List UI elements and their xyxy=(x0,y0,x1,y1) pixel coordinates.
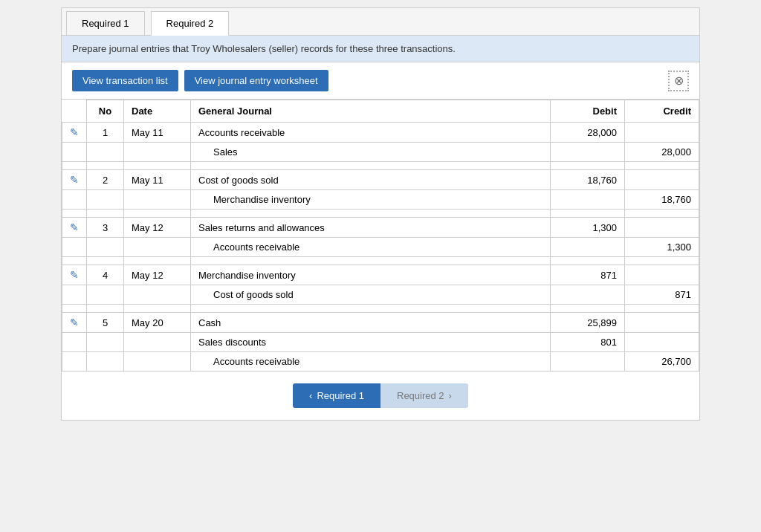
entry-debit xyxy=(551,352,625,372)
entry-date xyxy=(124,143,191,162)
spacer-cell xyxy=(62,305,87,313)
toolbar: View transaction list View journal entry… xyxy=(62,62,699,100)
edit-cell xyxy=(62,285,87,305)
entry-date: May 11 xyxy=(124,123,191,143)
spacer-cell xyxy=(124,305,191,313)
table-row: Cost of goods sold871 xyxy=(62,285,699,305)
entry-credit xyxy=(625,333,699,352)
edit-cell xyxy=(62,190,87,210)
entry-journal: Accounts receivable xyxy=(191,123,551,143)
entry-date xyxy=(124,190,191,210)
entry-no: 1 xyxy=(87,123,124,143)
spacer-cell xyxy=(625,257,699,265)
edit-cell[interactable]: ✎ xyxy=(62,218,87,238)
spacer-cell xyxy=(625,305,699,313)
entry-no xyxy=(87,143,124,162)
spacer-cell xyxy=(124,210,191,218)
spacer-row xyxy=(62,305,699,313)
spacer-cell xyxy=(62,210,87,218)
close-icon[interactable]: ⊗ xyxy=(668,71,689,91)
entry-no xyxy=(87,333,124,352)
entry-debit: 871 xyxy=(551,265,625,285)
entry-date xyxy=(124,352,191,372)
spacer-cell xyxy=(191,257,551,265)
table-row: Sales28,000 xyxy=(62,143,699,162)
entry-journal: Sales discounts xyxy=(191,333,551,352)
view-transaction-list-button[interactable]: View transaction list xyxy=(72,70,178,91)
edit-cell xyxy=(62,352,87,372)
entry-credit xyxy=(625,265,699,285)
entry-journal: Cash xyxy=(191,313,551,333)
spacer-cell xyxy=(551,210,625,218)
spacer-cell xyxy=(124,257,191,265)
next-button[interactable]: Required 2 › xyxy=(380,383,468,408)
col-date: Date xyxy=(124,100,191,123)
pencil-icon[interactable]: ✎ xyxy=(70,174,79,186)
entry-credit: 26,700 xyxy=(625,352,699,372)
spacer-row xyxy=(62,210,699,218)
edit-cell xyxy=(62,333,87,352)
table-row: Accounts receivable26,700 xyxy=(62,352,699,372)
entry-no xyxy=(87,190,124,210)
edit-cell[interactable]: ✎ xyxy=(62,313,87,333)
spacer-cell xyxy=(87,257,124,265)
edit-cell xyxy=(62,143,87,162)
entry-debit xyxy=(551,238,625,257)
entry-credit xyxy=(625,123,699,143)
spacer-cell xyxy=(551,162,625,170)
journal-table: No Date General Journal Debit Credit ✎1M… xyxy=(62,100,699,372)
entry-no xyxy=(87,238,124,257)
spacer-cell xyxy=(191,305,551,313)
spacer-row xyxy=(62,162,699,170)
entry-journal: Cost of goods sold xyxy=(191,285,551,305)
entry-date xyxy=(124,285,191,305)
spacer-cell xyxy=(87,162,124,170)
edit-cell[interactable]: ✎ xyxy=(62,265,87,285)
edit-cell[interactable]: ✎ xyxy=(62,123,87,143)
entry-debit xyxy=(551,285,625,305)
entry-date: May 20 xyxy=(124,313,191,333)
col-edit xyxy=(62,100,87,123)
entry-no xyxy=(87,285,124,305)
entry-date xyxy=(124,333,191,352)
entry-date: May 11 xyxy=(124,170,191,190)
pencil-icon[interactable]: ✎ xyxy=(70,317,79,328)
view-journal-entry-worksheet-button[interactable]: View journal entry worksheet xyxy=(184,70,328,91)
spacer-cell xyxy=(62,257,87,265)
entry-credit: 28,000 xyxy=(625,143,699,162)
table-row: ✎1May 11Accounts receivable28,000 xyxy=(62,123,699,143)
spacer-cell xyxy=(625,162,699,170)
edit-cell[interactable]: ✎ xyxy=(62,170,87,190)
entry-credit: 1,300 xyxy=(625,238,699,257)
entry-no: 3 xyxy=(87,218,124,238)
pencil-icon[interactable]: ✎ xyxy=(70,221,79,233)
entry-credit: 18,760 xyxy=(625,190,699,210)
spacer-cell xyxy=(87,210,124,218)
table-row: Merchandise inventory18,760 xyxy=(62,190,699,210)
entry-debit xyxy=(551,190,625,210)
prev-arrow-icon: ‹ xyxy=(309,390,312,401)
nav-buttons: ‹ Required 1 Required 2 › xyxy=(62,372,699,420)
entry-debit: 28,000 xyxy=(551,123,625,143)
pencil-icon[interactable]: ✎ xyxy=(70,269,79,281)
col-no: No xyxy=(87,100,124,123)
table-row: ✎3May 12Sales returns and allowances1,30… xyxy=(62,218,699,238)
tab-required1[interactable]: Required 1 xyxy=(66,11,145,35)
tab-required2[interactable]: Required 2 xyxy=(151,11,230,36)
entry-journal: Accounts receivable xyxy=(191,352,551,372)
entry-no: 5 xyxy=(87,313,124,333)
prev-button[interactable]: ‹ Required 1 xyxy=(293,383,380,408)
table-row: Accounts receivable1,300 xyxy=(62,238,699,257)
entry-debit xyxy=(551,143,625,162)
entry-date xyxy=(124,238,191,257)
edit-cell xyxy=(62,238,87,257)
entry-date: May 12 xyxy=(124,265,191,285)
entry-date: May 12 xyxy=(124,218,191,238)
col-credit: Credit xyxy=(625,100,699,123)
entry-debit: 1,300 xyxy=(551,218,625,238)
table-row: ✎4May 12Merchandise inventory871 xyxy=(62,265,699,285)
pencil-icon[interactable]: ✎ xyxy=(70,126,79,138)
entry-journal: Sales xyxy=(191,143,551,162)
main-container: Required 1 Required 2 Prepare journal en… xyxy=(61,7,700,421)
entry-debit: 801 xyxy=(551,333,625,352)
